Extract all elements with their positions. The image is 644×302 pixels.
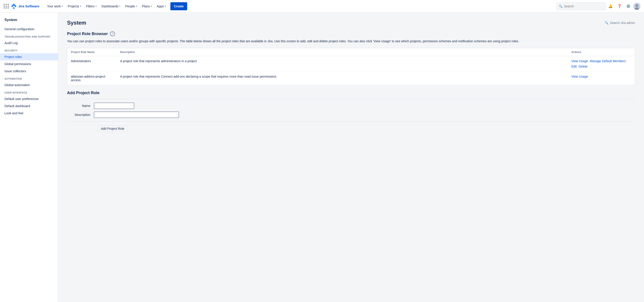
- sidebar-section-user-interface: User Interface: [0, 88, 58, 95]
- sidebar-item-default-user-preferences[interactable]: Default user preferences: [0, 95, 58, 102]
- chevron-down-icon: ▾: [80, 5, 81, 8]
- sidebar-section-troubleshooting: Troubleshooting and Support: [0, 33, 58, 39]
- role-actions: View Usage Manage Default Members Edit D…: [568, 56, 635, 72]
- sidebar-section-automation: Automation: [0, 75, 58, 82]
- name-label: Name: [67, 104, 94, 108]
- description-input[interactable]: [94, 112, 179, 118]
- col-header-name: Project Role Name: [67, 48, 116, 56]
- logo[interactable]: Jira Software: [11, 3, 39, 10]
- name-input[interactable]: [94, 103, 134, 109]
- topnav-dashboards[interactable]: Dashboards ▾: [99, 2, 123, 11]
- grid-menu-button[interactable]: [4, 4, 9, 8]
- chevron-down-icon: ▾: [165, 5, 166, 8]
- page-header: System 🔍 Search Jira admin: [67, 20, 635, 26]
- sidebar-item-issue-collectors[interactable]: Issue collectors: [0, 68, 58, 75]
- chevron-down-icon: ▾: [62, 5, 63, 8]
- form-bottom-divider: [67, 122, 635, 122]
- page-title: System: [67, 20, 86, 26]
- add-project-role-button[interactable]: Add Project Role: [98, 125, 128, 132]
- topnav-right: 🔍 🔔 ❓ ⚙️: [556, 2, 640, 10]
- view-usage-link-1[interactable]: View Usage: [571, 75, 588, 78]
- add-role-title: Add Project Role: [67, 90, 635, 95]
- chevron-down-icon: ▾: [151, 5, 152, 8]
- notifications-button[interactable]: 🔔: [606, 2, 614, 10]
- section-description: You can use project roles to associate u…: [67, 39, 635, 44]
- topnav-plans[interactable]: Plans ▾: [140, 2, 154, 11]
- sidebar: System General configuration Troubleshoo…: [0, 12, 58, 302]
- name-form-row: Name: [67, 103, 635, 109]
- section-title: Project Role Browser: [67, 32, 108, 36]
- sidebar-item-global-permissions[interactable]: Global permissions: [0, 60, 58, 68]
- help-button[interactable]: ❓: [616, 2, 624, 10]
- topnav-filters[interactable]: Filters ▾: [84, 2, 99, 11]
- search-box[interactable]: 🔍: [556, 2, 606, 10]
- search-input[interactable]: [564, 4, 603, 8]
- table-row: atlassian-addons-project-access A projec…: [67, 72, 635, 85]
- role-name: Administrators: [67, 56, 116, 72]
- delete-link-0[interactable]: Delete: [578, 65, 588, 68]
- create-button[interactable]: Create: [170, 2, 188, 10]
- topnav-links: Your work ▾ Projects ▾ Filters ▾ Dashboa…: [45, 2, 556, 11]
- col-header-actions: Actions: [568, 48, 635, 56]
- col-header-description: Description: [116, 48, 568, 56]
- view-usage-link-0[interactable]: View Usage: [571, 59, 588, 63]
- description-form-row: Description: [67, 112, 635, 118]
- role-name: atlassian-addons-project-access: [67, 72, 116, 85]
- role-description: A project role that represents Connect a…: [116, 72, 568, 85]
- sidebar-title: System: [0, 18, 58, 26]
- form-actions: Add Project Role: [67, 125, 635, 137]
- logo-text: Jira Software: [18, 4, 39, 8]
- topnav-projects[interactable]: Projects ▾: [66, 2, 84, 11]
- svg-point-1: [636, 4, 638, 7]
- topnav-people[interactable]: People ▾: [123, 2, 139, 11]
- topnav: Jira Software Your work ▾ Projects ▾ Fil…: [0, 0, 644, 12]
- layout: System General configuration Troubleshoo…: [0, 12, 644, 302]
- chevron-down-icon: ▾: [96, 5, 96, 8]
- main-content: System 🔍 Search Jira admin Project Role …: [58, 12, 644, 302]
- avatar[interactable]: [633, 3, 640, 10]
- chevron-down-icon: ▾: [119, 5, 120, 8]
- help-icon[interactable]: ?: [110, 31, 115, 36]
- settings-button[interactable]: ⚙️: [624, 2, 632, 10]
- description-label: Description: [67, 113, 94, 116]
- roles-table: Project Role Name Description Actions Ad…: [67, 48, 635, 85]
- search-jira-admin-link[interactable]: 🔍 Search Jira admin: [605, 21, 635, 24]
- search-admin-icon: 🔍: [605, 21, 608, 24]
- edit-link-0[interactable]: Edit: [571, 65, 577, 68]
- sidebar-section-security: Security: [0, 46, 58, 53]
- topnav-your-work[interactable]: Your work ▾: [45, 2, 65, 11]
- manage-default-members-link-0[interactable]: Manage Default Members: [590, 59, 626, 63]
- sidebar-item-default-dashboard[interactable]: Default dashboard: [0, 102, 58, 110]
- sidebar-item-general-configuration[interactable]: General configuration: [0, 26, 58, 33]
- sidebar-item-look-and-feel[interactable]: Look and feel: [0, 110, 58, 117]
- search-icon: 🔍: [559, 4, 562, 8]
- add-project-role-section: Add Project Role Name Description Add Pr…: [67, 85, 635, 137]
- chevron-down-icon: ▾: [136, 5, 137, 8]
- topnav-apps[interactable]: Apps ▾: [154, 2, 168, 11]
- sidebar-item-audit-log[interactable]: Audit Log: [0, 39, 58, 46]
- sidebar-item-global-automation[interactable]: Global automation: [0, 82, 58, 88]
- sidebar-item-project-roles[interactable]: Project roles: [0, 53, 58, 60]
- role-actions: View Usage: [568, 72, 635, 85]
- table-row: Administrators A project role that repre…: [67, 56, 635, 72]
- role-description: A project role that represents administr…: [116, 56, 568, 72]
- roles-table-container: Project Role Name Description Actions Ad…: [67, 48, 635, 85]
